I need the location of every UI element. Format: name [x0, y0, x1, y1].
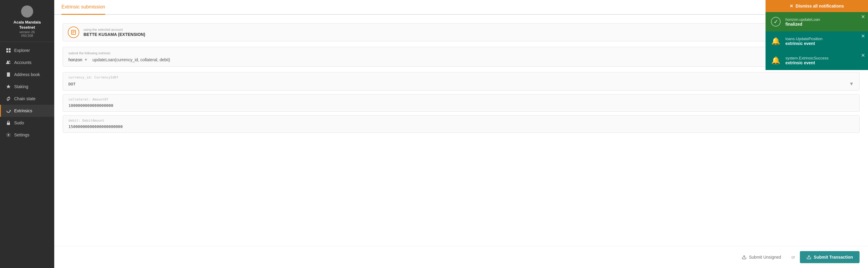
module-value: honzon [68, 57, 82, 62]
sidebar-nav: Explorer Accounts Address book Staking C [0, 42, 54, 268]
param-value-collateral[interactable]: 1000000000000000000 [68, 103, 854, 108]
sidebar-header: Acala Mandala Tesetnet version 26 #50,50… [0, 0, 54, 42]
notif-1-title: honzon.updateLoan [785, 17, 863, 22]
star-icon [6, 84, 11, 89]
param-value-debit[interactable]: 15000000000000000000000 [68, 124, 854, 129]
notif-2-status: extrinsic event [785, 41, 863, 46]
notification-system-extrinsicessuccess: ✕ 🔔 system.ExtrinsicSuccess extrinsic ev… [766, 51, 868, 70]
svg-rect-2 [6, 51, 8, 53]
svg-point-5 [9, 61, 10, 62]
extrinsic-form: submit the following extrinsic honzon ▼ … [63, 47, 860, 67]
book-icon [6, 72, 11, 77]
param-label-debit: debit: DebitAmount [68, 118, 854, 123]
sidebar: Acala Mandala Tesetnet version 26 #50,50… [0, 0, 54, 268]
sidebar-item-label: Explorer [14, 48, 30, 53]
notif-2-title: loans.UpdatePosition [785, 36, 863, 41]
sidebar-item-chain-state[interactable]: Chain state [0, 93, 54, 105]
tab-extrinsic-submission[interactable]: Extrinsic submission [61, 0, 105, 15]
submit-transaction-icon [807, 255, 811, 260]
submit-unsigned-button[interactable]: Submit Unsigned [736, 252, 786, 263]
content-area: using the selected account BETTE KUSAMA … [54, 15, 868, 246]
sidebar-item-address-book[interactable]: Address book [0, 69, 54, 81]
footer-actions: Submit Unsigned or Submit Transaction [54, 246, 868, 268]
sidebar-item-label: Chain state [14, 96, 36, 101]
param-currency-id-wrap[interactable]: DOT ▼ [68, 81, 854, 87]
account-selector[interactable]: using the selected account BETTE KUSAMA … [63, 23, 860, 41]
network-block: #50,508 [21, 34, 33, 37]
notif-3-text: system.ExtrinsicSuccess extrinsic event [785, 56, 863, 65]
notif-1-icon-wrap: ✓ [770, 16, 781, 27]
notif-2-text: loans.UpdatePosition extrinsic event [785, 36, 863, 46]
check-icon: ✓ [771, 17, 781, 27]
svg-rect-0 [6, 48, 8, 50]
dismiss-x-icon: ✕ [789, 4, 793, 8]
sidebar-item-settings[interactable]: Settings [0, 129, 54, 141]
bell-icon: 🔔 [771, 37, 780, 45]
notification-close-1[interactable]: ✕ [861, 15, 865, 19]
svg-marker-9 [6, 84, 10, 88]
param-label-collateral: collateral: AmountOf [68, 98, 854, 101]
sidebar-item-sudo[interactable]: Sudo [0, 117, 54, 129]
account-label: using the selected account [84, 28, 818, 31]
notif-3-title: system.ExtrinsicSuccess [785, 56, 863, 60]
notif-3-status: extrinsic event [785, 60, 863, 65]
notifications-panel: ✕ Dismiss all notifications ✕ ✓ honzon.u… [766, 0, 868, 70]
form-row: honzon ▼ updateLoan(currency_id, collate… [68, 57, 854, 62]
param-field-currency-id: currency_id: CurrencyIdOf DOT ▼ [63, 72, 860, 90]
notification-close-2[interactable]: ✕ [861, 34, 865, 38]
svg-rect-3 [9, 51, 10, 53]
avatar [21, 5, 33, 18]
svg-rect-1 [9, 48, 10, 50]
param-value-currency-id: DOT [68, 82, 75, 86]
sidebar-item-label: Extrinsics [14, 108, 32, 113]
notif-1-text: honzon.updateLoan finalized [785, 17, 863, 27]
sidebar-item-explorer[interactable]: Explorer [0, 44, 54, 56]
svg-point-11 [8, 134, 9, 135]
sidebar-item-label: Sudo [14, 120, 24, 125]
module-dropdown-arrow: ▼ [84, 58, 88, 62]
link-icon [6, 96, 11, 101]
account-name: BETTE KUSAMA (EXTENSION) [84, 32, 818, 37]
module-select[interactable]: honzon ▼ [68, 57, 88, 62]
main-content: Extrinsic submission using the selected … [54, 0, 868, 268]
network-version: version 26 [20, 30, 35, 34]
notif-2-icon-wrap: 🔔 [770, 36, 781, 47]
sidebar-item-extrinsics[interactable]: Extrinsics [0, 105, 54, 117]
notification-close-3[interactable]: ✕ [861, 53, 865, 58]
sidebar-item-label: Settings [14, 133, 30, 137]
account-info: using the selected account BETTE KUSAMA … [84, 28, 818, 37]
refresh-icon [6, 108, 11, 113]
sidebar-item-accounts[interactable]: Accounts [0, 56, 54, 69]
lock-icon [6, 120, 11, 126]
dismiss-all-label: Dismiss all notifications [796, 4, 844, 8]
account-icon [68, 27, 79, 38]
param-field-collateral: collateral: AmountOf 1000000000000000000 [63, 94, 860, 112]
sidebar-item-label: Address book [14, 72, 40, 77]
notification-loans-updateposition: ✕ 🔔 loans.UpdatePosition extrinsic event [766, 31, 868, 51]
submit-unsigned-icon [742, 255, 747, 260]
network-name: Acala Mandala Tesetnet [13, 20, 41, 30]
notification-finalized: ✕ ✓ honzon.updateLoan finalized [766, 12, 868, 31]
param-label-currency-id: currency_id: CurrencyIdOf [68, 76, 854, 79]
dismiss-all-button[interactable]: ✕ Dismiss all notifications [766, 0, 868, 12]
tab-bar: Extrinsic submission [54, 0, 868, 15]
notif-3-icon-wrap: 🔔 [770, 55, 781, 66]
or-label: or [792, 255, 795, 260]
notif-1-status: finalized [785, 22, 863, 27]
gear-icon [6, 132, 11, 138]
bell-icon: 🔔 [771, 56, 780, 64]
param-field-debit: debit: DebitAmount 150000000000000000000… [63, 115, 860, 133]
sidebar-item-label: Accounts [14, 60, 32, 65]
sidebar-item-label: Staking [14, 84, 28, 89]
svg-rect-10 [7, 123, 10, 125]
submit-transaction-button[interactable]: Submit Transaction [800, 251, 860, 263]
extrinsic-form-label: submit the following extrinsic [68, 51, 854, 55]
users-icon [6, 60, 11, 65]
call-display: updateLoan(currency_id, collateral, debi… [93, 57, 170, 62]
sidebar-item-staking[interactable]: Staking [0, 81, 54, 93]
grid-icon [6, 48, 11, 53]
currency-id-dropdown-arrow: ▼ [849, 81, 854, 87]
